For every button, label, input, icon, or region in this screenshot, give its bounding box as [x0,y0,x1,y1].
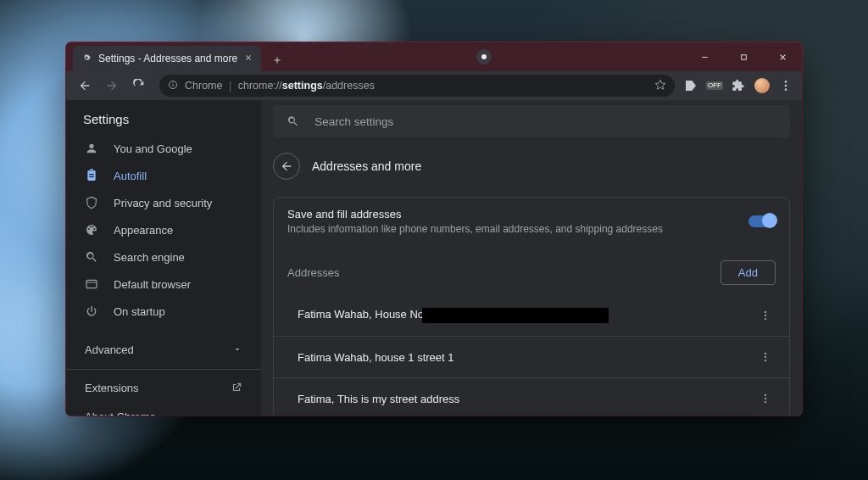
search-input[interactable] [313,114,776,129]
address-menu-button[interactable] [755,305,776,326]
address-row[interactable]: Fatima Wahab, House No [274,295,789,336]
svg-point-12 [765,318,766,320]
svg-point-11 [765,315,766,316]
save-fill-row: Save and fill addresses Includes informa… [274,198,789,245]
power-icon [85,304,98,318]
panel-back-button[interactable] [273,153,300,180]
search-icon [287,114,299,128]
svg-point-15 [765,360,766,361]
back-button[interactable] [73,74,97,98]
browser-icon [85,277,98,291]
clipboard-icon [85,169,98,182]
shield-icon [85,196,98,209]
addresses-label: Addresses [287,266,710,279]
person-icon [85,142,98,155]
arrow-left-icon [280,159,293,173]
url-text: Chrome | chrome://settings/addresses [185,80,375,92]
chevron-down-icon [232,344,242,354]
window-controls [685,42,802,71]
svg-rect-0 [702,57,707,58]
sidebar-item-label: Appearance [114,224,173,237]
chrome-menu-icon[interactable] [778,78,793,93]
svg-point-10 [765,311,766,313]
sidebar-item-label: Privacy and security [114,197,212,209]
extension-tag-icon[interactable] [683,78,698,93]
svg-point-16 [765,394,766,396]
address-menu-button[interactable] [755,347,776,367]
addresses-header-row: Addresses Add [274,245,789,295]
browser-window: Settings - Addresses and more Chrome | c… [66,42,802,416]
search-settings[interactable] [273,105,790,137]
redacted-block [422,308,609,323]
search-icon [85,250,98,264]
reload-button[interactable] [127,74,151,98]
svg-rect-1 [741,54,746,59]
settings-content: Settings You and Google Autofill Privacy… [66,100,802,416]
sidebar-item-label: You and Google [114,142,192,155]
minimize-button[interactable] [685,42,724,71]
title-bar: Settings - Addresses and more [66,42,802,71]
address-row[interactable]: Fatima, This is my street address [274,377,789,416]
address-text: Fatima Wahab, house 1 street 1 [298,351,755,364]
svg-point-7 [785,88,787,91]
forward-button[interactable] [100,74,124,98]
open-external-icon [231,382,242,393]
browser-tab[interactable]: Settings - Addresses and more [73,46,261,71]
sidebar-item-label: Search engine [114,251,185,264]
maximize-button[interactable] [724,42,763,71]
svg-point-5 [785,81,787,83]
svg-rect-8 [86,280,97,287]
save-fill-subtitle: Includes information like phone numbers,… [287,223,738,235]
address-text: Fatima Wahab, House No [298,308,755,323]
divider [66,369,261,370]
extension-icons: OFF [683,78,795,93]
sidebar-about-chrome[interactable]: About Chrome [66,402,261,416]
extension-off-icon[interactable]: OFF [707,78,722,93]
sidebar-item-default-browser[interactable]: Default browser [66,271,261,298]
svg-rect-3 [173,84,174,87]
sidebar-extensions[interactable]: Extensions [66,373,261,402]
svg-rect-4 [173,82,174,83]
close-window-button[interactable] [763,42,802,71]
extensions-puzzle-icon[interactable] [731,78,746,93]
site-info-icon[interactable] [168,80,178,92]
settings-heading: Settings [83,112,261,126]
panel-header: Addresses and more [273,153,790,180]
save-fill-title: Save and fill addresses [287,208,738,220]
sidebar-item-on-startup[interactable]: On startup [66,298,261,325]
profile-avatar[interactable] [754,78,770,93]
sidebar-item-privacy[interactable]: Privacy and security [66,189,261,216]
update-indicator-icon[interactable] [476,49,492,64]
browser-toolbar: Chrome | chrome://settings/addresses OFF [66,71,802,100]
sidebar-item-appearance[interactable]: Appearance [66,216,261,243]
save-fill-toggle[interactable] [748,215,776,227]
add-address-button[interactable]: Add [721,260,776,285]
svg-point-6 [785,85,787,87]
svg-point-14 [765,356,766,358]
palette-icon [85,223,98,237]
address-list: Fatima Wahab, House NoFatima Wahab, hous… [274,295,789,416]
address-bar[interactable]: Chrome | chrome://settings/addresses [159,75,675,97]
sidebar-item-label: Autofill [114,170,147,182]
svg-point-17 [765,398,766,399]
panel-title: Addresses and more [312,159,421,173]
close-tab-icon[interactable] [244,53,253,64]
address-menu-button[interactable] [755,388,776,409]
address-text: Fatima, This is my street address [298,393,755,405]
addresses-card: Save and fill addresses Includes informa… [273,197,790,416]
bookmark-star-icon[interactable] [654,79,666,93]
sidebar-item-label: On startup [114,305,165,318]
sidebar-item-you-and-google[interactable]: You and Google [66,135,261,162]
tab-title: Settings - Addresses and more [98,53,237,64]
new-tab-button[interactable] [266,49,288,71]
svg-point-18 [765,401,766,403]
sidebar-item-autofill[interactable]: Autofill [66,162,261,189]
sidebar-advanced[interactable]: Advanced [66,333,261,366]
settings-sidebar: Settings You and Google Autofill Privacy… [66,100,261,416]
svg-point-13 [765,353,766,354]
settings-main: Addresses and more Save and fill address… [261,100,802,416]
sidebar-item-search-engine[interactable]: Search engine [66,243,261,271]
address-row[interactable]: Fatima Wahab, house 1 street 1 [274,336,789,377]
gear-icon [81,53,92,65]
sidebar-item-label: Default browser [114,278,191,291]
